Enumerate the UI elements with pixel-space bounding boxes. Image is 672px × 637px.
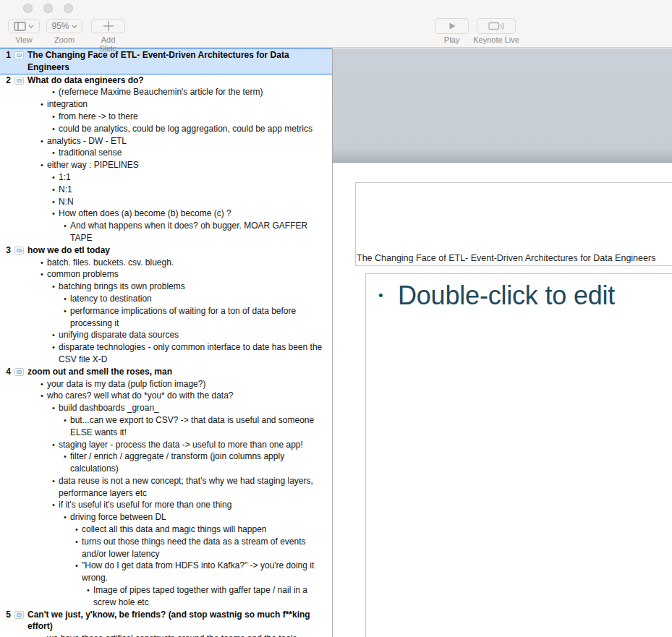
outline-bullet[interactable]: data reuse is not a new concept; that's … (0, 475, 332, 500)
keynote-live-button-label: Keynote Live (466, 35, 527, 44)
outline-bullet[interactable]: your data is my data (pulp fiction image… (0, 378, 332, 390)
slide-title: Can't we just, y'know, be friends? (and … (27, 609, 328, 633)
slide-number: 2 (0, 74, 11, 87)
zoom-value: 95% (51, 21, 69, 31)
slide-thumbnail-inner (17, 613, 22, 617)
outline-bullet[interactable]: "How do I get data from HDFS into Kafka?… (0, 560, 332, 584)
slide-thumbnail-inner (17, 249, 22, 252)
slide-thumbnail-icon[interactable] (14, 368, 24, 376)
slide-number: 5 (0, 609, 11, 633)
keynote-live-button[interactable] (477, 18, 516, 34)
slide-number: 4 (0, 366, 11, 378)
zoom-button-label: Zoom (46, 35, 82, 44)
slide-thumbnail-icon[interactable] (14, 611, 24, 619)
outline-bullet[interactable]: from here -> to there (0, 111, 332, 123)
outline-bullet[interactable]: How often does (a) become (b) become (c)… (0, 208, 332, 220)
slide-canvas: The Changing Face of ETL- Event-Driven A… (333, 48, 672, 637)
slide-title: The Changing Face of ETL- Event-Driven A… (27, 49, 328, 74)
outline-panel: 1The Changing Face of ETL- Event-Driven … (0, 48, 332, 637)
slide-thumbnail-inner (17, 54, 22, 57)
outline-bullet[interactable]: (refernece Maxime Beauchemin's article f… (0, 86, 332, 98)
outline-bullet[interactable]: batch. files. buckets. csv. bluegh. (0, 257, 332, 269)
outline-bullet[interactable]: analytics - DW - ETL (0, 135, 332, 148)
slide-thumbnail-inner (17, 370, 22, 374)
outline-bullet[interactable]: we have these artifical constructs aroun… (0, 633, 332, 637)
slide-thumbnail-icon[interactable] (14, 51, 24, 59)
outline-bullet[interactable]: but...can we export to CSV? -> that data… (0, 414, 332, 439)
body-placeholder-text: Double-click to edit (398, 281, 615, 311)
plus-icon (103, 20, 114, 32)
outline-bullet[interactable]: common problems (0, 268, 332, 281)
close-icon[interactable] (23, 4, 33, 13)
keynote-window: View 95% Zoom Add Slide Play (0, 0, 672, 637)
outline-bullet[interactable]: could be analytics, could be log aggrega… (0, 123, 332, 135)
outline-bullet[interactable]: traditional sense (0, 147, 332, 159)
body-placeholder-line: • Double-click to edit (378, 281, 672, 311)
slide-body-box[interactable]: • Double-click to edit (365, 273, 672, 637)
slide-number: 1 (0, 49, 11, 74)
outline-bullet[interactable]: batching brings its own problems (0, 281, 332, 293)
outline-slide-row[interactable]: 4zoom out and smell the roses, man (0, 366, 332, 378)
outline-slide-row[interactable]: 1The Changing Face of ETL- Event-Driven … (0, 48, 332, 74)
outline-bullet[interactable]: staging layer - process the data -> usef… (0, 439, 332, 451)
outline-bullet[interactable]: N:N (0, 196, 332, 208)
outline-bullet[interactable]: And what happens when it does? oh bugger… (0, 220, 332, 244)
slide-title: how we do etl today (27, 244, 328, 257)
view-button[interactable] (8, 19, 40, 33)
view-panel-icon (14, 22, 26, 31)
play-icon (448, 22, 456, 30)
slide-title: zoom out and smell the roses, man (27, 366, 328, 378)
outline-bullet[interactable]: integration (0, 98, 332, 111)
outline-bullet[interactable]: who cares? well what do *you* do with th… (0, 390, 332, 402)
play-button-label: Play (435, 35, 469, 44)
outline-slide-row[interactable]: 5Can't we just, y'know, be friends? (and… (0, 609, 332, 633)
outline-bullet[interactable]: N:1 (0, 184, 332, 196)
outline-bullet[interactable]: unifying disparate data sources (0, 329, 332, 341)
slide-thumbnail-inner (17, 79, 22, 82)
outline-bullet[interactable]: either way : PIPELINES (0, 159, 332, 171)
slide-thumbnail-icon[interactable] (14, 247, 24, 255)
outline-bullet[interactable]: disparate technologies - only common int… (0, 341, 332, 366)
bullet-icon: • (378, 288, 386, 304)
zoom-button[interactable]: 95% (46, 19, 82, 33)
outline-bullet[interactable]: turns out those things need the data as … (0, 536, 332, 560)
minimize-icon[interactable] (43, 4, 53, 13)
chevron-down-icon (72, 25, 77, 28)
slide-title-box[interactable]: The Changing Face of ETL- Event-Driven A… (355, 182, 672, 266)
zoom-window-icon[interactable] (64, 4, 73, 13)
outline-bullet[interactable]: Image of pipes taped together with gaffe… (0, 584, 332, 609)
outline-bullet[interactable]: driving force between DL (0, 511, 332, 523)
canvas-background (333, 48, 672, 163)
keynote-live-icon (488, 21, 505, 31)
toolbar: View 95% Zoom Add Slide Play (0, 0, 672, 48)
slide-title: What do data engineers do? (27, 74, 328, 87)
outline-bullet[interactable]: performance implications of waiting for … (0, 305, 332, 330)
add-slide-button-label: Add Slide (91, 35, 125, 53)
outline-bullet[interactable]: 1:1 (0, 171, 332, 184)
slide-number: 3 (0, 244, 11, 257)
outline-slide-row[interactable]: 2What do data engineers do? (0, 74, 332, 87)
slide-thumbnail-icon[interactable] (14, 77, 24, 85)
chevron-down-icon (28, 25, 34, 28)
view-button-label: View (8, 35, 40, 44)
play-button[interactable] (435, 18, 469, 34)
add-slide-button[interactable] (91, 19, 125, 33)
outline-slide-row[interactable]: 3how we do etl today (0, 244, 332, 257)
outline-bullet[interactable]: latency to destination (0, 293, 332, 305)
outline-bullet[interactable]: collect all this data and magic things w… (0, 523, 332, 536)
outline-bullet[interactable]: build dashboards _groan_ (0, 402, 332, 414)
outline-bullet[interactable]: filter / enrich / aggregate / transform … (0, 450, 332, 475)
slide-title-text: The Changing Face of ETL- Event-Driven A… (357, 253, 655, 263)
outline-bullet[interactable]: if it's useful it's useful for more than… (0, 499, 332, 511)
